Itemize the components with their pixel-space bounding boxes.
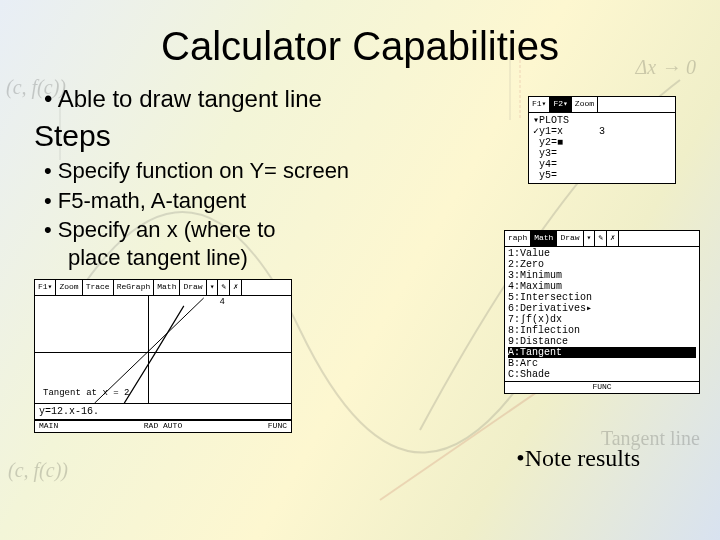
calc-yeq-f1: F1▾ xyxy=(529,97,550,112)
calc-btn-draw-arrow-icon: ▾ xyxy=(207,280,219,295)
calc-menu-draw: Draw xyxy=(557,231,583,246)
menu-item-4: 4:Maximum xyxy=(508,281,696,292)
calc-math-menu-screenshot: raph Math Draw ▾ ✎ ✗ 1:Value 2:Zero 3:Mi… xyxy=(504,230,700,394)
menu-item-3: 3:Minimum xyxy=(508,270,696,281)
calc-btn-f4: ReGraph xyxy=(114,280,155,295)
calc-yeq-zoom: Zoom xyxy=(572,97,598,112)
status-main: MAIN xyxy=(39,422,58,431)
calc-yeq-toolbar: F1▾ F2▾ Zoom xyxy=(529,97,675,113)
note-results: •Note results xyxy=(516,445,640,472)
yeq-y2: y2=■ xyxy=(533,137,671,148)
calc-menu-body: 1:Value 2:Zero 3:Minimum 4:Maximum 5:Int… xyxy=(505,247,699,381)
menu-item-6: 6:Derivatives▸ xyxy=(508,303,696,314)
menu-item-2: 2:Zero xyxy=(508,259,696,270)
menu-item-1: 1:Value xyxy=(508,248,696,259)
calc-yeq-f2: F2▾ xyxy=(550,97,571,112)
calc-graph-toolbar: F1▾ Zoom Trace ReGraph Math Draw ▾ ✎ ✗ xyxy=(35,280,291,296)
calc-yequals-screenshot: F1▾ F2▾ Zoom ▾PLOTS ✓y1=x 3 y2=■ y3= y4=… xyxy=(528,96,676,184)
menu-item-7: 7:∫f(x)dx xyxy=(508,314,696,325)
yeq-y4: y4= xyxy=(533,159,671,170)
calc-menu-status: FUNC xyxy=(505,381,699,393)
menu-item-8: 8:Inflection xyxy=(508,325,696,336)
yeq-y3: y3= xyxy=(533,148,671,159)
graph-equation: y=12.x-16. xyxy=(35,404,291,420)
calc-menu-pen-icon: ✎ xyxy=(595,231,607,246)
graph-tangent-label: Tangent at x = 2 xyxy=(43,389,129,399)
slide-title: Calculator Capabilities xyxy=(34,24,686,69)
yeq-y5: y5= xyxy=(533,170,671,181)
menu-item-c: C:Shade xyxy=(508,369,696,380)
menu-item-b: B:Arc xyxy=(508,358,696,369)
calc-graph-status: MAIN RAD AUTO FUNC xyxy=(35,420,291,432)
slide-content: Calculator Capabilities Able to draw tan… xyxy=(0,0,720,540)
status-func: FUNC xyxy=(268,422,287,431)
calc-menu-x-icon: ✗ xyxy=(607,231,619,246)
calc-menu-toolbar: raph Math Draw ▾ ✎ ✗ xyxy=(505,231,699,247)
calc-btn-tools-icon: ✎ xyxy=(218,280,230,295)
menu-item-9: 9:Distance xyxy=(508,336,696,347)
menu-status-func: FUNC xyxy=(592,383,611,392)
calc-btn-f6: Draw xyxy=(180,280,206,295)
calc-btn-f1: F1▾ xyxy=(35,280,56,295)
calc-menu-arrow-icon: ▾ xyxy=(584,231,596,246)
menu-item-a-tangent: A:Tangent xyxy=(508,347,696,358)
yeq-y1: ✓y1=x 3 xyxy=(533,126,671,137)
calc-graph-screenshot: F1▾ Zoom Trace ReGraph Math Draw ▾ ✎ ✗ 4… xyxy=(34,279,292,433)
yeq-plots-label: ▾PLOTS xyxy=(533,115,671,126)
calc-menu-math: Math xyxy=(531,231,557,246)
status-rad-auto: RAD AUTO xyxy=(144,422,182,431)
calc-btn-f3: Trace xyxy=(83,280,114,295)
calc-btn-close-icon: ✗ xyxy=(230,280,242,295)
calc-menu-raph: raph xyxy=(505,231,531,246)
calc-btn-f5: Math xyxy=(154,280,180,295)
calc-btn-f2: Zoom xyxy=(56,280,82,295)
step-2: F5-math, A-tangent xyxy=(44,187,686,215)
calc-graph-plot-area: 4 Tangent at x = 2 xyxy=(35,296,291,404)
calc-yeq-body: ▾PLOTS ✓y1=x 3 y2=■ y3= y4= y5= xyxy=(529,113,675,183)
menu-item-5: 5:Intersection xyxy=(508,292,696,303)
